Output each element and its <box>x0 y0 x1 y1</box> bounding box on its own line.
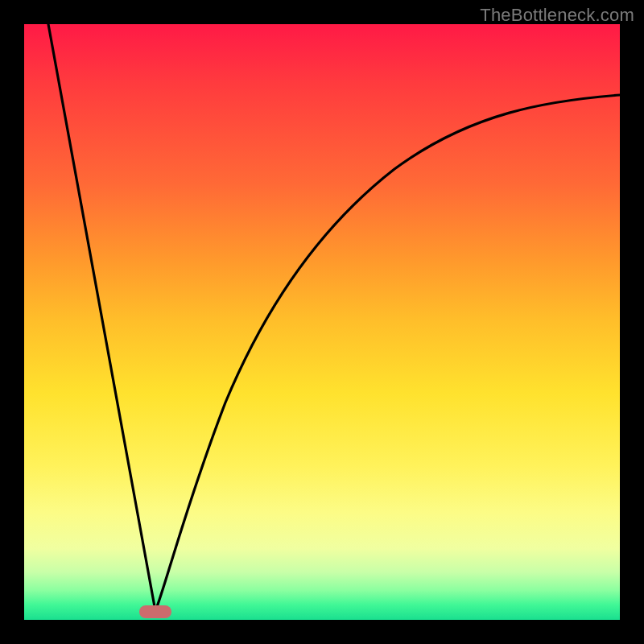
chart-frame: TheBottleneck.com <box>0 0 644 644</box>
curve-path <box>48 24 620 611</box>
minimum-marker <box>139 605 171 618</box>
bottleneck-curve <box>24 24 620 620</box>
plot-area <box>24 24 620 620</box>
watermark-text: TheBottleneck.com <box>480 5 634 26</box>
